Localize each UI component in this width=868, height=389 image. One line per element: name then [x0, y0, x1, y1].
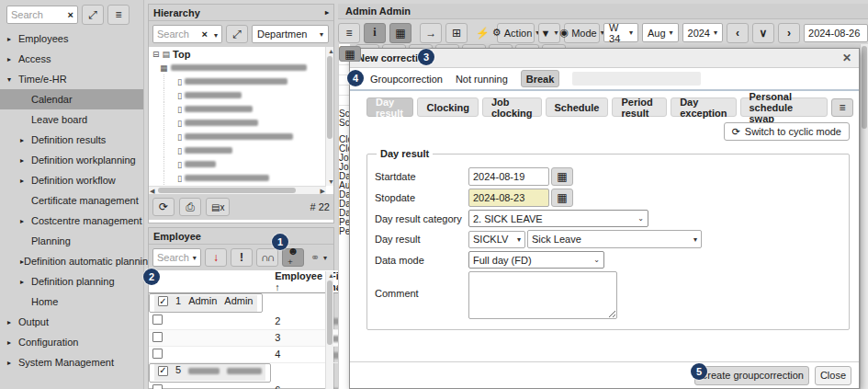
- hierarchy-search-input[interactable]: Search × ▾: [152, 25, 222, 43]
- hierarchy-tree[interactable]: ⊟▤Top ▦ ▯ ▯ ▯ ▯ ▯ ▯ ▯ ▯ ▲ ▼ ◀ ▶: [149, 47, 333, 194]
- sidebar-item-planning[interactable]: Planning: [0, 231, 143, 251]
- employee-row[interactable]: ✓ 5: [149, 363, 271, 383]
- sidebar-item-home[interactable]: Home: [0, 292, 143, 312]
- redacted-node[interactable]: [185, 161, 216, 167]
- row-checkbox[interactable]: [152, 349, 163, 359]
- arrow-right-icon[interactable]: →: [420, 23, 442, 43]
- redacted-node[interactable]: [185, 120, 258, 126]
- calendar-icon[interactable]: ▦: [551, 167, 573, 186]
- export-excel-icon[interactable]: ▤x: [206, 198, 230, 216]
- sidebar-item-definition-workplanning[interactable]: ▸Definition workplanning: [0, 150, 143, 170]
- sidebar-item-configuration[interactable]: ▸Configuration: [0, 332, 143, 352]
- sidebar-item-definition-automatic-planning[interactable]: ▸Definition automatic planning: [0, 251, 143, 271]
- sidebar-item-certificate-management[interactable]: Certificate management: [0, 190, 143, 211]
- binoculars-icon[interactable]: ∩∩: [256, 248, 278, 267]
- month-select[interactable]: Aug▾: [642, 23, 679, 42]
- building-icon[interactable]: ▦: [389, 23, 411, 43]
- sidebar-item-calendar[interactable]: Calendar: [0, 89, 143, 109]
- tab-clocking[interactable]: Clocking: [417, 97, 478, 117]
- prev-icon[interactable]: ‹: [727, 23, 749, 43]
- hierarchy-root-node[interactable]: Top: [173, 49, 190, 60]
- sidebar-item-time-ehr[interactable]: ▾Time/e-HR: [0, 69, 143, 89]
- day-result-name-input[interactable]: Sick Leave▾: [527, 230, 702, 248]
- scroll-up-icon[interactable]: ▲: [328, 272, 334, 279]
- tab-schedule[interactable]: Schedule: [546, 97, 609, 117]
- redacted-node[interactable]: [185, 175, 269, 181]
- menu-icon[interactable]: ≡: [107, 5, 130, 25]
- scroll-left-icon[interactable]: ◀: [150, 188, 154, 194]
- clear-icon[interactable]: ×: [201, 29, 207, 40]
- row-checkbox[interactable]: [152, 332, 163, 342]
- tab-day-result[interactable]: Day result: [366, 97, 413, 117]
- stopdate-input[interactable]: 2024-08-23: [468, 189, 549, 207]
- data-mode-select[interactable]: Full day (FD)⌄: [468, 251, 604, 269]
- tab-period-result[interactable]: Period result: [612, 97, 667, 117]
- collapse-node-icon[interactable]: ⊟: [152, 50, 160, 59]
- close-icon[interactable]: ✕: [842, 51, 851, 64]
- next-icon[interactable]: ›: [778, 23, 800, 43]
- add-person-icon[interactable]: ☻⁺: [282, 248, 304, 267]
- hierarchy-filter-select[interactable]: Departmen ▾: [252, 25, 329, 43]
- day-result-code-select[interactable]: SICKLV▾: [468, 231, 525, 248]
- week-select[interactable]: W 34▾: [603, 23, 638, 42]
- sidebar-item-definition-planning[interactable]: ▸Definition planning: [0, 271, 143, 292]
- date-input[interactable]: 2024-08-26: [804, 24, 868, 42]
- hierarchy-horizontal-scrollbar[interactable]: ◀ ▶: [149, 186, 326, 194]
- redacted-node[interactable]: [185, 78, 287, 85]
- employee-row[interactable]: ✓ 1 Admin Admin: [149, 293, 263, 313]
- calculator-icon[interactable]: ⊞: [445, 23, 468, 43]
- day-result-category-select[interactable]: 2. SICK LEAVE⌄: [468, 210, 648, 227]
- hierarchy-vertical-scrollbar[interactable]: ▲ ▼: [325, 47, 333, 186]
- tab-menu-icon[interactable]: ≡: [831, 98, 853, 117]
- menu-icon[interactable]: ≡: [338, 23, 360, 43]
- calendar-icon[interactable]: ▦: [339, 46, 361, 62]
- scroll-right-icon[interactable]: ▶: [321, 188, 325, 194]
- collapse-panel-icon[interactable]: ▸: [325, 8, 329, 17]
- row-checkbox[interactable]: ✓: [158, 366, 168, 376]
- filter-dropdown[interactable]: ▼▾: [538, 23, 560, 43]
- print-icon[interactable]: ⎙: [179, 198, 201, 216]
- sidebar-item-employees[interactable]: ▸Employees: [0, 29, 143, 49]
- scroll-up-icon[interactable]: ▲: [328, 48, 333, 54]
- sidebar-item-leave-board[interactable]: Leave board: [0, 109, 143, 130]
- link-icon[interactable]: ⚭▾: [308, 248, 330, 267]
- redacted-node[interactable]: [185, 106, 253, 112]
- main-vertical-scrollbar[interactable]: [860, 44, 868, 389]
- down-chevron-icon[interactable]: ∨: [752, 23, 774, 43]
- year-select[interactable]: 2024▾: [682, 23, 724, 42]
- close-button[interactable]: Close: [815, 366, 851, 385]
- redacted-node[interactable]: [171, 64, 307, 71]
- redacted-node[interactable]: [185, 133, 293, 140]
- expand-all-icon[interactable]: ⤢: [82, 5, 104, 25]
- tab-day-exception[interactable]: Day exception: [671, 97, 736, 117]
- sidebar-item-definition-workflow[interactable]: ▸Definition workflow: [0, 170, 143, 190]
- row-checkbox[interactable]: ✓: [158, 296, 168, 306]
- sidebar-item-definition-results[interactable]: ▸Definition results: [0, 130, 143, 150]
- sort-red-arrow-icon[interactable]: ↓: [205, 248, 227, 267]
- row-checkbox[interactable]: [152, 384, 163, 389]
- switch-cyclic-mode-button[interactable]: ⟳ Switch to cyclic mode: [724, 122, 850, 141]
- comment-textarea[interactable]: [468, 271, 617, 319]
- row-checkbox[interactable]: [152, 315, 163, 325]
- expand-all-icon[interactable]: ⤢: [226, 25, 248, 43]
- tab-personal-schedule-swap[interactable]: Personal schedule swap: [740, 97, 829, 117]
- break-button[interactable]: Break: [521, 70, 560, 87]
- info-icon[interactable]: i: [364, 23, 386, 43]
- sort-asc-icon[interactable]: ↑: [275, 281, 280, 292]
- lightning-icon[interactable]: ⚡: [471, 23, 493, 43]
- sidebar-item-access[interactable]: ▸Access: [0, 49, 143, 69]
- action-dropdown[interactable]: ⚙ Action▾: [497, 23, 535, 43]
- calendar-icon[interactable]: ▦: [551, 189, 573, 207]
- employee-search-input[interactable]: Search ▾: [152, 248, 201, 267]
- scroll-down-icon[interactable]: ▼: [328, 178, 333, 185]
- refresh-icon[interactable]: ⟳: [152, 198, 175, 216]
- redacted-node[interactable]: [185, 147, 232, 154]
- mode-dropdown[interactable]: ◉ Mode▾: [564, 23, 600, 43]
- sidebar-search-input[interactable]: Search ×: [6, 6, 78, 24]
- sidebar-item-output[interactable]: ▸Output: [0, 312, 143, 332]
- sidebar-item-system-management[interactable]: ▸System Management: [0, 352, 143, 372]
- exclamation-icon[interactable]: !: [231, 248, 253, 267]
- redacted-node[interactable]: [185, 92, 242, 98]
- tab-job-clocking[interactable]: Job clocking: [482, 97, 542, 117]
- create-groupcorrection-button[interactable]: Create groupcorrection: [694, 366, 809, 385]
